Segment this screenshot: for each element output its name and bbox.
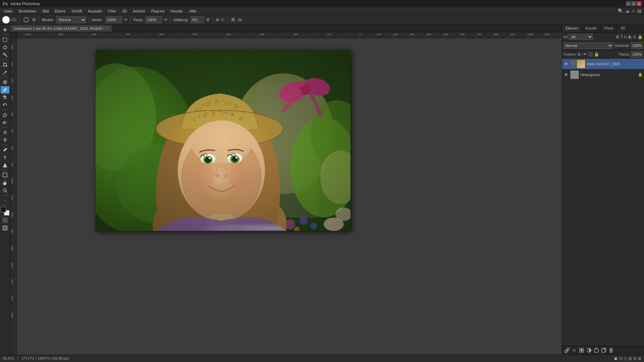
angle-icon[interactable]: ⊕ [216,17,219,22]
status-icon5[interactable]: ⊟ [633,356,637,361]
tool-zoom[interactable] [1,187,9,194]
pressure-opacity-icon[interactable]: ✏ [124,17,128,22]
tool-eraser[interactable] [1,111,9,119]
tool-hand[interactable] [1,179,9,186]
tool-magic-wand[interactable] [1,51,9,59]
menu-hilfe[interactable]: Hilfe [186,8,199,14]
share-icon[interactable]: ☁ [625,8,630,13]
add-mask-btn[interactable] [578,347,585,354]
photo-canvas[interactable]: ★ ★ ★ [96,50,351,231]
fix-all-icon[interactable]: 🔒 [594,52,599,57]
add-adjustment-btn[interactable] [586,347,592,354]
tool-path-select[interactable] [1,162,9,169]
tab-ebenen[interactable]: Ebenen [562,25,582,33]
fix-pos-icon[interactable]: ⊕ [577,52,581,57]
tool-dodge[interactable] [1,136,9,144]
layers-smart-icon[interactable]: ⊙ [633,35,636,39]
search-icon[interactable]: 🔍 [618,8,623,13]
link-layers-btn[interactable]: 🔗 [564,347,570,354]
tab-3d[interactable]: 3D [617,25,629,33]
canvas-area[interactable]: Unbenannt-1 bei 36,4% (child-1423447_192… [10,25,562,355]
tool-move[interactable] [1,26,9,34]
tool-brush[interactable] [1,86,9,94]
minimize-button[interactable]: ─ [626,1,631,6]
brush-settings-icon[interactable]: ⚙ [32,17,36,22]
modus-select[interactable]: Normal [56,16,86,23]
color-selector[interactable] [1,207,9,216]
tool-clone[interactable] [1,94,9,101]
tool-lasso[interactable] [1,44,9,51]
glattung-input[interactable]: 0% [191,16,204,23]
tool-text[interactable]: T [1,154,9,161]
close-button[interactable]: ✕ [637,1,641,6]
layer-item-hintergrund[interactable]: 👁 Hintergrund 🔒 [562,69,644,80]
document-close-btn[interactable]: ✕ [106,26,109,30]
tool-gradient[interactable] [1,119,9,126]
layer-item-child[interactable]: 👁 child-1423447_1920 [562,59,644,69]
svg-point-204 [581,349,583,351]
svg-text:1100: 1100 [11,195,13,201]
tool-shape[interactable] [1,171,9,179]
layers-toggle-icon[interactable]: 🔒 [638,35,643,39]
tab-pfade[interactable]: Pfade [600,25,617,33]
deckraft-input[interactable]: 100% [105,16,122,23]
document-tab[interactable]: Unbenannt-1 bei 36,4% (child-1423447_192… [10,25,112,32]
tool-extra-dots[interactable]: ··· [1,196,9,204]
menu-auswahl[interactable]: Auswahl [85,8,105,14]
menu-datei[interactable]: Datei [1,8,15,14]
glattung-settings-icon[interactable]: ⚙ [206,17,210,22]
symmetry-icon[interactable]: ⌘ [231,17,235,22]
status-icon4[interactable]: ⊞ [629,356,632,361]
menu-bearbeiten[interactable]: Bearbeiten [16,8,39,14]
fix-paint-icon[interactable]: ✒ [584,52,587,57]
maximize-button[interactable]: □ [631,1,636,6]
tool-blur[interactable] [1,129,9,136]
menu-filter[interactable]: Filter [105,8,119,14]
create-group-btn[interactable] [593,347,600,354]
menu-schrift[interactable]: Schrift [69,8,85,14]
layers-adj-icon[interactable]: ◐ [628,35,632,39]
layers-fx-icon[interactable]: fx [624,35,627,39]
delete-layer-btn[interactable] [608,347,614,354]
new-layer-btn[interactable] [600,347,607,354]
menu-bild[interactable]: Bild [40,8,51,14]
svg-point-27 [4,219,6,222]
menu-fenster[interactable]: Fenster [168,8,185,14]
status-icon3[interactable]: ⬡ [624,356,627,361]
layer-visibility-child[interactable]: 👁 [564,61,569,67]
canvas-workspace[interactable]: ★ ★ ★ [17,38,562,355]
tool-preset-icon [2,16,10,24]
extra-brush-icon[interactable]: ⁂ [237,17,242,22]
status-icon6[interactable]: ⊕ [638,356,641,361]
menu-ansicht[interactable]: Ansicht [130,8,148,14]
tool-history-brush[interactable] [1,102,9,109]
status-icon2[interactable]: ⊡ [619,356,623,361]
blend-mode-select[interactable]: Normal Multiplizieren Negativ multiplizi… [564,42,613,49]
tool-healing[interactable] [1,78,9,86]
status-icon1[interactable]: ⏹ [614,356,618,361]
tool-screen-mode[interactable] [1,224,9,232]
fix-artboard-icon[interactable]: ⬛ [588,52,593,57]
pressure-flow-icon[interactable]: ✏ [164,17,168,22]
resize-icon[interactable]: ⤢ [632,8,635,13]
fluss-input[interactable]: 100% [145,16,162,23]
panels-icon[interactable]: ▤ [637,8,641,13]
opacity-input[interactable]: 100% [631,42,643,49]
layer-visibility-hintergrund[interactable]: 👁 [564,72,569,77]
menu-plugins[interactable]: Plug-ins [148,8,167,14]
tool-quick-mask[interactable] [1,217,9,224]
tool-crop[interactable] [1,61,9,68]
tool-eyedropper[interactable] [1,69,9,76]
layers-text-icon[interactable]: T [621,35,623,39]
menu-3d[interactable]: 3D [119,8,129,14]
menu-ebene[interactable]: Ebene [52,8,68,14]
tool-rect-select[interactable] [1,36,9,43]
brush-icon[interactable] [22,16,30,23]
add-style-btn[interactable]: fx [571,347,578,354]
layers-filter-select[interactable]: Art [569,34,593,40]
tool-pen[interactable] [1,146,9,154]
fill-input[interactable]: 100% [631,51,643,58]
layers-filter-icon[interactable]: ⊞ [616,35,619,39]
tab-kanale[interactable]: Kanäle [582,25,600,33]
fix-pixel-icon[interactable]: / [582,53,583,56]
